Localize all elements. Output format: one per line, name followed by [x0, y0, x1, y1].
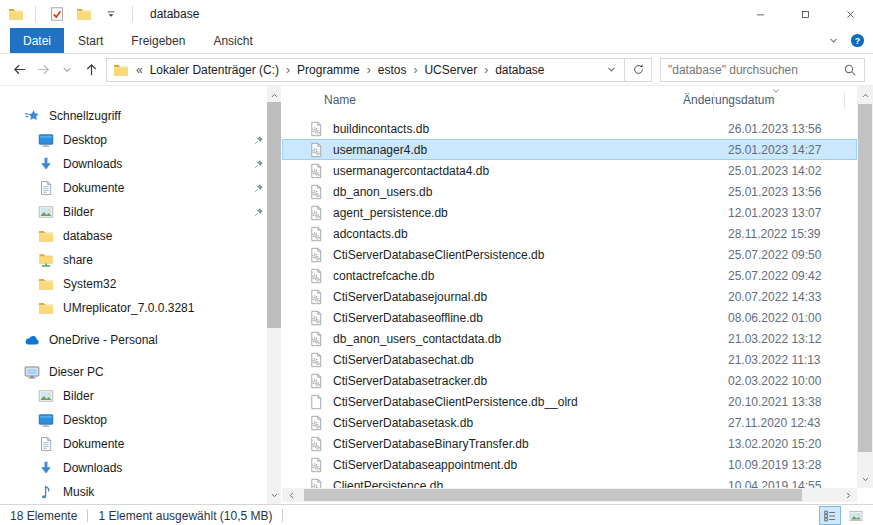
- breadcrumb-database[interactable]: database: [490, 63, 549, 77]
- breadcrumb-separator: ›: [482, 63, 490, 77]
- column-header-name[interactable]: Name: [282, 93, 671, 107]
- app-folder-icon: [8, 6, 24, 22]
- sidebar-item-database[interactable]: database: [0, 224, 267, 248]
- sidebar-item-share[interactable]: share: [0, 248, 267, 272]
- sidebar-item-bilder[interactable]: Bilder: [0, 200, 267, 224]
- document-icon: [38, 436, 54, 452]
- breadcrumb-drive-c[interactable]: Lokaler Datenträger (C:): [145, 63, 284, 77]
- sidebar-item-pc-bilder[interactable]: Bilder: [0, 384, 267, 408]
- address-dropdown-chevron[interactable]: [606, 64, 617, 75]
- properties-quick-access-button[interactable]: [47, 3, 67, 25]
- sidebar-scrollbar[interactable]: [267, 86, 281, 504]
- file-row[interactable]: CtiServerDatabaseClientPersistence.db 25…: [282, 244, 857, 265]
- scrollbar-thumb[interactable]: [858, 104, 872, 452]
- help-icon[interactable]: [850, 33, 865, 48]
- file-row[interactable]: usermanagercontactdata4.db 25.01.2023 14…: [282, 160, 857, 181]
- customize-quick-access-toolbar-button[interactable]: [101, 3, 121, 25]
- breadcrumb-overflow-chevron[interactable]: «: [134, 63, 145, 77]
- file-row[interactable]: adcontacts.db 28.11.2022 15:39: [282, 223, 857, 244]
- file-list-horizontal-scrollbar[interactable]: [282, 488, 857, 502]
- titlebar-divider: [132, 6, 133, 22]
- file-row[interactable]: agent_persistence.db 12.01.2023 13:07: [282, 202, 857, 223]
- large-icons-view-button[interactable]: [845, 506, 867, 525]
- file-row[interactable]: CtiServerDatabasetask.db 27.11.2020 12:4…: [282, 412, 857, 433]
- tab-ansicht[interactable]: Ansicht: [199, 28, 266, 53]
- file-row[interactable]: CtiServerDatabaseClientPersistence.db__o…: [282, 391, 857, 412]
- sidebar-item-pc-dokumente[interactable]: Dokumente: [0, 432, 267, 456]
- sidebar-item-pc-downloads[interactable]: Downloads: [0, 456, 267, 480]
- sidebar-item-desktop[interactable]: Desktop: [0, 128, 267, 152]
- file-row[interactable]: contactrefcache.db 25.07.2022 09:42: [282, 265, 857, 286]
- address-bar[interactable]: « Lokaler Datenträger (C:) › Programme ›…: [106, 58, 652, 82]
- details-view-icon: [823, 509, 837, 523]
- sidebar-item-onedrive[interactable]: OneDrive - Personal: [0, 328, 267, 352]
- status-bar: 18 Elemente 1 Element ausgewählt (10,5 M…: [0, 504, 873, 525]
- file-row[interactable]: CtiServerDatabasetracker.db 02.03.2022 1…: [282, 370, 857, 391]
- tab-start[interactable]: Start: [64, 28, 117, 53]
- forward-button[interactable]: [32, 58, 54, 82]
- tab-datei[interactable]: Datei: [10, 28, 64, 53]
- file-list-vertical-scrollbar[interactable]: [857, 86, 873, 488]
- titlebar-divider: [35, 6, 36, 22]
- column-divider[interactable]: [844, 92, 845, 109]
- sidebar-item-dokumente[interactable]: Dokumente: [0, 176, 267, 200]
- search-icon[interactable]: [843, 63, 857, 77]
- file-row[interactable]: CtiServerDatabasejournal.db 20.07.2022 1…: [282, 286, 857, 307]
- scroll-left-arrow[interactable]: [284, 488, 298, 502]
- scroll-up-arrow[interactable]: [857, 88, 873, 102]
- new-folder-quick-access-button[interactable]: [74, 3, 94, 25]
- scroll-up-arrow[interactable]: [267, 88, 281, 102]
- scrollbar-thumb[interactable]: [304, 489, 802, 501]
- download-arrow-icon: [38, 460, 54, 476]
- breadcrumb-ucserver[interactable]: UCServer: [419, 63, 482, 77]
- db-file-icon: [308, 457, 324, 473]
- sidebar-item-dieser-pc[interactable]: Dieser PC: [0, 360, 267, 384]
- details-view-button[interactable]: [819, 506, 841, 525]
- folder-icon: [38, 300, 54, 316]
- up-button[interactable]: [80, 58, 102, 82]
- breadcrumb-estos[interactable]: estos: [373, 63, 412, 77]
- sidebar-item-downloads[interactable]: Downloads: [0, 152, 267, 176]
- db-file-icon: [308, 289, 324, 305]
- file-row[interactable]: buildincontacts.db 26.01.2023 13:56: [282, 118, 857, 139]
- file-row[interactable]: CtiServerDatabaseappointment.db 10.09.20…: [282, 454, 857, 475]
- column-divider[interactable]: [713, 92, 714, 109]
- status-divider: [282, 509, 283, 522]
- sidebar-item-musik[interactable]: Musik: [0, 480, 267, 504]
- file-row[interactable]: db_anon_users_contactdata.db 21.03.2022 …: [282, 328, 857, 349]
- close-button[interactable]: [828, 0, 873, 28]
- expand-ribbon-chevron-icon[interactable]: [828, 35, 839, 46]
- sidebar-item-system32[interactable]: System32: [0, 272, 267, 296]
- minimize-button[interactable]: [738, 0, 783, 28]
- file-row[interactable]: CtiServerDatabaseBinaryTransfer.db 13.02…: [282, 433, 857, 454]
- pin-icon: [253, 134, 265, 146]
- column-header-aenderungsdatum[interactable]: Änderungsdatum: [671, 93, 802, 107]
- db-file-icon: [308, 121, 324, 137]
- scrollbar-thumb[interactable]: [267, 102, 281, 328]
- explorer-window: database Datei Start Freigeben Ansicht «…: [0, 0, 873, 525]
- scroll-down-arrow[interactable]: [857, 472, 873, 486]
- column-header-row: Name Änderungsdatum: [282, 86, 857, 114]
- file-row[interactable]: CtiServerDatabasechat.db 21.03.2022 11:1…: [282, 349, 857, 370]
- scroll-right-arrow[interactable]: [841, 488, 855, 502]
- pin-icon: [253, 158, 265, 170]
- scroll-down-arrow[interactable]: [267, 488, 281, 502]
- file-row-selected[interactable]: usermanager4.db 25.01.2023 14:27: [282, 139, 857, 160]
- recent-locations-chevron[interactable]: [56, 58, 78, 82]
- file-row-clipped[interactable]: ClientPersistence.db 10.04.2019 14:55: [282, 475, 857, 488]
- refresh-button[interactable]: [625, 59, 651, 81]
- breadcrumb-separator: ›: [411, 63, 419, 77]
- sidebar-item-schnellzugriff[interactable]: Schnellzugriff: [0, 104, 267, 128]
- file-row[interactable]: db_anon_users.db 25.01.2023 13:56: [282, 181, 857, 202]
- tab-freigeben[interactable]: Freigeben: [117, 28, 199, 53]
- sidebar-item-pc-desktop[interactable]: Desktop: [0, 408, 267, 432]
- search-input[interactable]: [668, 63, 843, 77]
- file-row[interactable]: CtiServerDatabaseoffline.db 08.06.2022 0…: [282, 307, 857, 328]
- breadcrumb-programme[interactable]: Programme: [292, 63, 365, 77]
- sidebar-item-umreplicator[interactable]: UMreplicator_7.0.0.3281: [0, 296, 267, 320]
- search-box[interactable]: [660, 58, 865, 82]
- maximize-button[interactable]: [783, 0, 828, 28]
- back-button[interactable]: [8, 58, 30, 82]
- onedrive-cloud-icon: [24, 332, 40, 348]
- view-switcher: [819, 506, 867, 525]
